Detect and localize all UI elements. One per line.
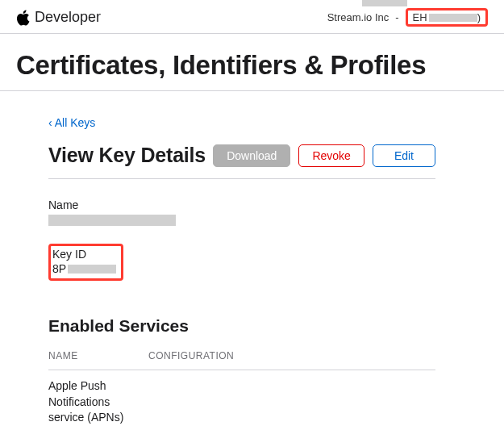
content: ‹ All Keys View Key Details Download Rev… bbox=[0, 91, 452, 426]
edit-button[interactable]: Edit bbox=[373, 144, 435, 167]
back-link-text: All Keys bbox=[55, 116, 96, 129]
redacted-block bbox=[68, 265, 116, 274]
redacted-block bbox=[429, 14, 477, 22]
divider bbox=[48, 178, 435, 179]
field-name: Name bbox=[48, 198, 435, 226]
table-row: Apple Push Notifications service (APNs) bbox=[48, 370, 435, 426]
account-area: Stream.io Inc - EH ) bbox=[327, 8, 488, 27]
redacted-block bbox=[362, 0, 407, 6]
team-id-highlight[interactable]: EH ) bbox=[406, 8, 488, 27]
service-config bbox=[148, 378, 435, 426]
key-id-highlight: Key ID 8P bbox=[48, 244, 123, 281]
team-id-suffix: ) bbox=[477, 11, 481, 23]
button-row: Download Revoke Edit bbox=[213, 144, 435, 167]
col-name-header: NAME bbox=[48, 350, 148, 361]
redacted-block bbox=[48, 215, 176, 226]
chevron-left-icon: ‹ bbox=[48, 116, 55, 129]
keyid-value: 8P bbox=[52, 262, 116, 275]
name-label: Name bbox=[48, 198, 435, 211]
apple-logo-icon bbox=[16, 10, 30, 26]
top-nav: Developer Stream.io Inc - EH ) bbox=[0, 0, 504, 34]
keyid-prefix: 8P bbox=[52, 262, 66, 275]
team-id-prefix: EH bbox=[413, 11, 427, 23]
brand-text: Developer bbox=[35, 9, 101, 26]
download-button: Download bbox=[213, 144, 290, 167]
service-name: Apple Push Notifications service (APNs) bbox=[48, 378, 148, 426]
company-name: Stream.io Inc bbox=[327, 11, 389, 23]
brand[interactable]: Developer bbox=[16, 9, 101, 26]
revoke-button[interactable]: Revoke bbox=[298, 144, 364, 167]
keyid-label: Key ID bbox=[52, 248, 116, 261]
section-title: View Key Details bbox=[48, 144, 206, 167]
col-config-header: CONFIGURATION bbox=[148, 350, 435, 361]
back-link[interactable]: ‹ All Keys bbox=[48, 116, 95, 129]
section-header: View Key Details Download Revoke Edit bbox=[48, 144, 435, 167]
enabled-services-heading: Enabled Services bbox=[48, 316, 435, 336]
table-header: NAME CONFIGURATION bbox=[48, 350, 435, 370]
page-title: Certificates, Identifiers & Profiles bbox=[0, 34, 504, 91]
